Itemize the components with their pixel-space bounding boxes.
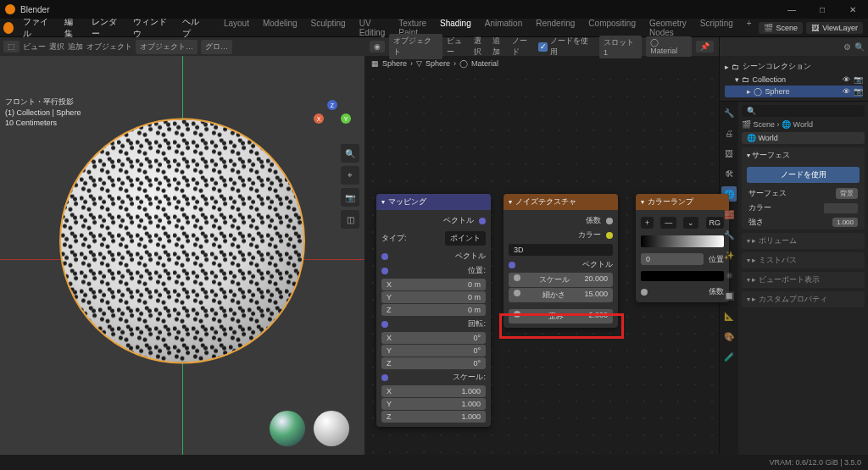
outliner-scene-collection[interactable]: ▸ 🗀シーンコレクション bbox=[725, 59, 863, 74]
matcap-preview-icon[interactable] bbox=[314, 411, 349, 446]
rot-y-field[interactable]: Y0° bbox=[381, 345, 486, 357]
hdri-preview-icon[interactable] bbox=[270, 411, 305, 446]
tab-constraint-icon[interactable]: 🔲 bbox=[721, 288, 737, 303]
outliner[interactable]: ▸ 🗀シーンコレクション ▾ 🗀Collection👁📷 ▸ ◯Sphere👁📷 bbox=[720, 56, 868, 101]
window-close-button[interactable]: ✕ bbox=[837, 0, 868, 19]
ramp-menu-button[interactable]: ⌄ bbox=[683, 217, 698, 229]
tab-data-icon[interactable]: 📐 bbox=[721, 308, 737, 323]
sphere-object[interactable] bbox=[59, 118, 305, 363]
vp-zoom-button[interactable]: 🔍 bbox=[341, 144, 359, 163]
nd-menu-add[interactable]: 追加 bbox=[492, 36, 508, 58]
nd-menu-node[interactable]: ノード bbox=[512, 36, 535, 58]
tab-scripting[interactable]: Scripting bbox=[693, 17, 740, 39]
tab-add[interactable]: + bbox=[740, 17, 759, 39]
node-color-ramp[interactable]: カラーランプ + — ⌄ RG 0 位置 係数 bbox=[636, 194, 729, 302]
node-editor-type-icon[interactable]: ◉ bbox=[370, 41, 385, 53]
socket-rotation[interactable] bbox=[381, 321, 388, 328]
nd-menu-view[interactable]: ビュー bbox=[447, 36, 470, 58]
node-noise-texture[interactable]: ノイズテクスチャ 係数 カラー 3D ベクトル スケール20.000 細かさ15… bbox=[504, 194, 618, 328]
ramp-index-field[interactable]: 0 bbox=[641, 253, 704, 265]
socket-out-vector[interactable] bbox=[479, 218, 486, 224]
tab-viewlayer-icon[interactable]: 🖼 bbox=[721, 146, 737, 161]
menu-help[interactable]: ヘルプ bbox=[176, 16, 210, 40]
tab-layout[interactable]: Layout bbox=[217, 17, 256, 39]
eye-icon[interactable]: 👁 bbox=[843, 75, 850, 84]
window-maximize-button[interactable]: □ bbox=[807, 0, 837, 19]
node-mapping-header[interactable]: マッピング bbox=[376, 194, 491, 210]
orientation-selector[interactable]: グロ… bbox=[201, 40, 232, 54]
world-slot[interactable]: 🌐 World bbox=[742, 132, 865, 144]
tab-modeling[interactable]: Modeling bbox=[256, 17, 304, 39]
node-mapping[interactable]: マッピング ベクトル タイプ:ポイント ベクトル 位置: X0 m Y0 m Z… bbox=[376, 194, 491, 427]
use-nodes-button[interactable]: ノードを使用 bbox=[747, 167, 860, 183]
gizmo-x-icon[interactable]: X bbox=[314, 113, 324, 124]
noise-distortion-field[interactable]: 歪み2.000 bbox=[509, 309, 613, 323]
ramp-del-button[interactable]: — bbox=[660, 217, 676, 229]
pin-icon[interactable]: 📌 bbox=[696, 41, 714, 53]
socket-location[interactable] bbox=[381, 268, 388, 274]
loc-y-field[interactable]: Y0 m bbox=[381, 291, 486, 303]
menu-file[interactable]: ファイル bbox=[17, 16, 58, 40]
scl-x-field[interactable]: X1.000 bbox=[381, 385, 486, 397]
outliner-filter-icon[interactable]: ⚙ bbox=[843, 42, 851, 52]
vp-menu-view[interactable]: ビュー bbox=[23, 41, 46, 53]
ramp-color-swatch[interactable] bbox=[641, 271, 724, 281]
window-minimize-button[interactable]: — bbox=[776, 0, 807, 19]
nd-menu-select[interactable]: 選択 bbox=[474, 36, 489, 58]
scl-y-field[interactable]: Y1.000 bbox=[381, 398, 486, 410]
tab-modifier-icon[interactable]: 🔧 bbox=[721, 227, 737, 242]
tab-geonodes[interactable]: Geometry Nodes bbox=[643, 17, 693, 39]
slot-selector[interactable]: スロット1 bbox=[599, 36, 642, 58]
node-noise-header[interactable]: ノイズテクスチャ bbox=[504, 194, 618, 210]
node-editor[interactable]: ◉ オブジェクト ビュー 選択 追加 ノード ✓ノードを使用 スロット1 ◯ M… bbox=[364, 37, 719, 455]
tab-object-icon[interactable]: 🧱 bbox=[721, 207, 737, 222]
viewlayer-selector[interactable]: 🖼ViewLayer bbox=[806, 22, 863, 34]
ramp-add-button[interactable]: + bbox=[641, 217, 654, 229]
gizmo-y-icon[interactable]: Y bbox=[341, 113, 351, 124]
eye-icon[interactable]: 👁 bbox=[843, 87, 850, 96]
outliner-search-icon[interactable]: 🔍 bbox=[854, 42, 865, 52]
surface-section-header[interactable]: サーフェス bbox=[742, 147, 865, 163]
socket-out-fac[interactable] bbox=[606, 218, 613, 224]
mistpass-section-header[interactable]: ▸ ミストパス bbox=[742, 252, 865, 268]
tab-material-icon[interactable]: 🎨 bbox=[721, 329, 737, 344]
rot-z-field[interactable]: Z0° bbox=[381, 357, 486, 369]
mode-selector[interactable]: オブジェクト… bbox=[136, 40, 198, 54]
socket-out-color[interactable] bbox=[606, 232, 613, 239]
vp-menu-add[interactable]: 追加 bbox=[68, 41, 83, 53]
camera-icon[interactable]: 📷 bbox=[854, 75, 863, 84]
world-color-swatch[interactable] bbox=[824, 203, 858, 213]
props-search[interactable]: 🔍 bbox=[742, 105, 865, 117]
customprops-section-header[interactable]: ▸ カスタムプロパティ bbox=[742, 291, 865, 307]
vp-camera-button[interactable]: 📷 bbox=[341, 188, 359, 207]
socket-in-vector[interactable] bbox=[381, 253, 388, 260]
menu-window[interactable]: ウィンドウ bbox=[127, 16, 176, 40]
color-ramp-gradient[interactable] bbox=[641, 235, 724, 247]
node-canvas[interactable]: マッピング ベクトル タイプ:ポイント ベクトル 位置: X0 m Y0 m Z… bbox=[364, 71, 719, 455]
outliner-sphere[interactable]: ▸ ◯Sphere👁📷 bbox=[725, 86, 863, 97]
loc-z-field[interactable]: Z0 m bbox=[381, 304, 486, 316]
volume-section-header[interactable]: ▸ ボリューム bbox=[742, 233, 865, 249]
menu-edit[interactable]: 編集 bbox=[58, 16, 86, 40]
rot-x-field[interactable]: X0° bbox=[381, 332, 486, 344]
scl-z-field[interactable]: Z1.000 bbox=[381, 411, 486, 423]
camera-icon[interactable]: 📷 bbox=[854, 87, 863, 96]
vp-persp-button[interactable]: ◫ bbox=[341, 210, 359, 229]
properties-panel[interactable]: 🔍 🎬 Scene › 🌐 World 🌐 World サーフェス ノードを使用… bbox=[738, 102, 868, 455]
tab-uv[interactable]: UV Editing bbox=[353, 17, 392, 39]
tab-render-icon[interactable]: 🔧 bbox=[721, 105, 737, 120]
strength-field[interactable]: 1.000 bbox=[832, 218, 858, 227]
menu-render[interactable]: レンダー bbox=[86, 16, 127, 40]
socket-ramp-fac[interactable] bbox=[641, 289, 648, 296]
mapping-type-select[interactable]: ポイント bbox=[445, 231, 486, 246]
tab-scene-icon[interactable]: 🛠 bbox=[721, 166, 737, 181]
tab-physics-icon[interactable]: ⚛ bbox=[721, 268, 737, 283]
vp-move-button[interactable]: ⌖ bbox=[341, 166, 359, 185]
tab-output-icon[interactable]: 🖨 bbox=[721, 125, 737, 141]
editor-type-icon[interactable]: ⬚ bbox=[3, 41, 19, 53]
outliner-collection[interactable]: ▾ 🗀Collection👁📷 bbox=[725, 74, 863, 86]
use-nodes-check[interactable]: ✓ノードを使用 bbox=[538, 36, 595, 58]
loc-x-field[interactable]: X0 m bbox=[381, 279, 486, 290]
viewport-section-header[interactable]: ▸ ビューポート表示 bbox=[742, 272, 865, 288]
vp-menu-object[interactable]: オブジェクト bbox=[86, 41, 132, 53]
